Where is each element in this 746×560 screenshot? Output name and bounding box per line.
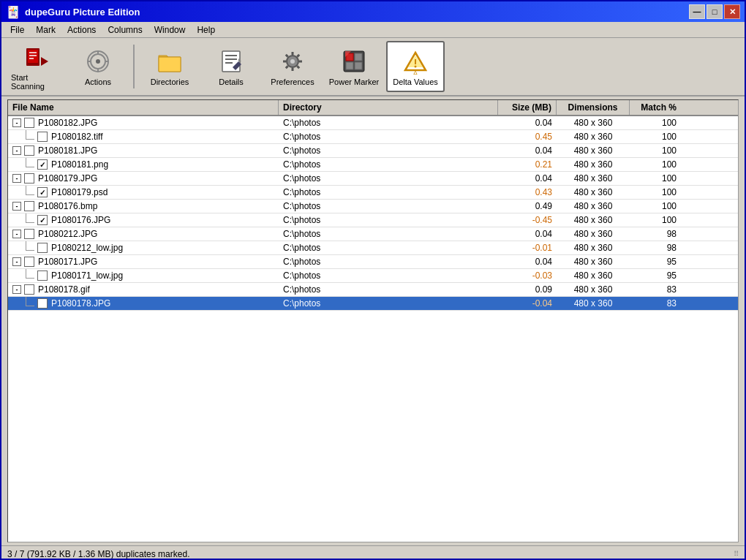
tree-connector <box>26 186 34 195</box>
cell-match: 100 <box>630 186 681 199</box>
svg-line-25 <box>286 66 288 68</box>
cell-directory: C:\photos <box>279 200 498 213</box>
cell-size: 0.04 <box>498 144 557 157</box>
toolbar: Start Scanning Actions Directories Detai… <box>1 38 745 97</box>
row-checkbox[interactable] <box>24 173 34 183</box>
table-row[interactable]: -P1080171.JPGC:\photos0.04480 x 36095 <box>8 255 738 269</box>
toolbar-btn-details[interactable]: Details <box>202 41 260 92</box>
row-checkbox[interactable] <box>37 132 48 142</box>
cell-directory: C:\photos <box>279 269 498 282</box>
row-checkbox[interactable] <box>24 201 34 211</box>
actions-icon <box>83 47 113 76</box>
cell-size: -0.03 <box>498 269 557 282</box>
toolbar-btn-start-scanning[interactable]: Start Scanning <box>7 41 66 92</box>
collapse-icon[interactable]: - <box>12 285 21 294</box>
menu-item-file[interactable]: File <box>4 23 30 37</box>
menu-item-window[interactable]: Window <box>148 23 192 37</box>
menu-item-help[interactable]: Help <box>191 23 221 37</box>
cell-dimensions: 480 x 360 <box>557 186 630 199</box>
table-row[interactable]: P1080181.pngC:\photos0.21480 x 360100 <box>8 158 738 172</box>
table-row[interactable]: -P1080212.JPGC:\photos0.04480 x 36098 <box>8 227 738 241</box>
collapse-icon[interactable]: - <box>12 257 21 266</box>
cell-match: 98 <box>630 241 681 254</box>
row-checkbox[interactable] <box>24 284 34 295</box>
toolbar-btn-actions[interactable]: Actions <box>69 41 127 92</box>
col-header-dimensions[interactable]: Dimensions <box>557 100 630 115</box>
row-checkbox[interactable] <box>24 145 34 156</box>
table-row[interactable]: P1080179.psdC:\photos0.43480 x 360100 <box>8 186 738 200</box>
table-row[interactable]: -P1080176.bmpC:\photos0.49480 x 360100 <box>8 200 738 213</box>
table-row[interactable]: -P1080181.JPGC:\photos0.04480 x 360100 <box>8 144 738 158</box>
toolbar-btn-delta-values[interactable]: Δ Delta Values <box>386 41 445 92</box>
collapse-icon[interactable]: - <box>12 118 21 127</box>
collapse-icon[interactable]: - <box>12 146 21 155</box>
filename-text: P1080178.gif <box>38 284 90 295</box>
maximize-button[interactable]: □ <box>707 4 723 19</box>
table-row[interactable]: P1080176.JPGC:\photos-0.45480 x 360100 <box>8 213 738 227</box>
col-header-directory[interactable]: Directory <box>279 100 498 115</box>
cell-filename: P1080182.tiff <box>8 130 279 143</box>
cell-match: 95 <box>630 269 681 282</box>
row-checkbox[interactable] <box>24 257 34 267</box>
toolbar-btn-directories[interactable]: Directories <box>140 41 199 92</box>
toolbar-btn-preferences[interactable]: Preferences <box>263 41 322 92</box>
power-marker-label: Power Marker <box>329 77 379 86</box>
row-checkbox[interactable] <box>37 243 48 253</box>
row-checkbox[interactable] <box>24 118 34 128</box>
toolbar-separator <box>133 45 135 88</box>
toolbar-btn-power-marker[interactable]: Power Marker <box>325 41 383 92</box>
cell-dimensions: 480 x 360 <box>557 200 630 213</box>
table-row[interactable]: P1080178.JPGC:\photos-0.04480 x 36083 <box>8 297 738 311</box>
svg-line-29 <box>297 55 299 57</box>
row-checkbox[interactable] <box>37 159 48 170</box>
resize-grip[interactable]: ⠿ <box>734 550 739 558</box>
cell-filename: -P1080212.JPG <box>8 227 279 241</box>
cell-dimensions: 480 x 360 <box>557 172 630 185</box>
size-value: 0.04 <box>535 173 552 183</box>
title-bar: 🃏 dupeGuru Picture Edition — □ ✕ <box>1 1 745 22</box>
table-row[interactable]: P1080182.tiffC:\photos0.45480 x 360100 <box>8 130 738 144</box>
table-row[interactable]: -P1080178.gifC:\photos0.09480 x 36083 <box>8 283 738 297</box>
filename-text: P1080171.JPG <box>38 257 97 267</box>
cell-directory: C:\photos <box>279 130 498 143</box>
row-checkbox[interactable] <box>24 229 34 239</box>
cell-match: 100 <box>630 213 681 227</box>
size-value: 0.49 <box>535 201 552 211</box>
filename-text: P1080182.JPG <box>38 118 97 128</box>
row-checkbox[interactable] <box>37 270 48 281</box>
collapse-icon[interactable]: - <box>12 230 21 238</box>
cell-size: 0.49 <box>498 200 557 213</box>
start-scanning-label: Start Scanning <box>11 73 62 91</box>
col-header-size[interactable]: Size (MB) <box>498 100 557 115</box>
menu-item-mark[interactable]: Mark <box>30 23 61 37</box>
svg-point-21 <box>290 59 295 64</box>
table-row[interactable]: P1080212_low.jpgC:\photos-0.01480 x 3609… <box>8 241 738 255</box>
size-value: 0.04 <box>535 145 552 156</box>
table-row[interactable]: -P1080179.JPGC:\photos0.04480 x 360100 <box>8 172 738 186</box>
row-checkbox[interactable] <box>37 187 48 197</box>
close-button[interactable]: ✕ <box>724 4 740 19</box>
cell-directory: C:\photos <box>279 227 498 241</box>
size-value: 0.45 <box>535 132 552 142</box>
row-checkbox[interactable] <box>37 215 48 225</box>
cell-directory: C:\photos <box>279 213 498 227</box>
col-header-match[interactable]: Match % <box>630 100 681 115</box>
status-bar: 3 / 7 (791.92 KB / 1.36 MB) duplicates m… <box>1 545 745 560</box>
size-value: -0.45 <box>532 215 552 225</box>
table-container: File Name Directory Size (MB) Dimensions… <box>7 99 739 542</box>
menu-item-columns[interactable]: Columns <box>102 23 148 37</box>
row-checkbox[interactable] <box>37 298 48 309</box>
tree-connector <box>26 269 34 279</box>
filename-text: P1080178.JPG <box>51 298 110 309</box>
col-header-filename[interactable]: File Name <box>8 100 279 115</box>
table-row[interactable]: -P1080182.JPGC:\photos0.04480 x 360100 <box>8 116 738 130</box>
collapse-icon[interactable]: - <box>12 174 21 183</box>
menu-item-actions[interactable]: Actions <box>61 23 102 37</box>
collapse-icon[interactable]: - <box>12 202 21 211</box>
minimize-button[interactable]: — <box>689 4 705 19</box>
size-value: 0.04 <box>535 257 552 267</box>
table-body: -P1080182.JPGC:\photos0.04480 x 360100P1… <box>8 116 738 540</box>
cell-dimensions: 480 x 360 <box>557 297 630 310</box>
tree-connector <box>26 241 34 251</box>
table-row[interactable]: P1080171_low.jpgC:\photos-0.03480 x 3609… <box>8 269 738 283</box>
